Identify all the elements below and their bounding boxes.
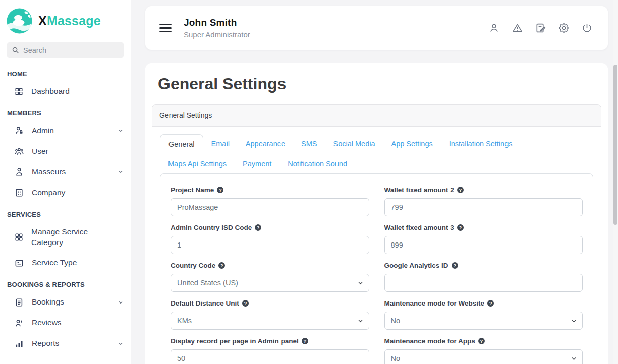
bookings-list-icon — [14, 297, 24, 308]
sidebar-item-user[interactable]: User — [0, 141, 131, 162]
tab-sms[interactable]: SMS — [293, 134, 325, 154]
brand-name: XMassage — [38, 14, 101, 28]
topbar-icons — [488, 22, 593, 34]
field-label: Wallet fixed amount 2 — [384, 186, 454, 194]
tab-payment[interactable]: Payment — [235, 154, 279, 173]
help-icon[interactable]: ? — [452, 262, 458, 269]
help-icon[interactable]: ? — [217, 187, 223, 193]
reports-chart-icon — [14, 339, 24, 349]
page-title: General Settings — [158, 74, 601, 93]
tab-app-settings[interactable]: App Settings — [383, 134, 441, 154]
topbar: John Smith Super Administrator — [145, 6, 608, 50]
sidebar-nav: HOME Dashboard MEMBERS Admin User Masseu… — [0, 58, 131, 354]
scrollbar-thumb[interactable] — [613, 65, 617, 225]
wallet-fixed-amount-2-input[interactable] — [384, 198, 583, 216]
field-label: Display record per page in Admin panel — [171, 337, 299, 345]
field-default-distance-unit: Default Distance Unit? KMs — [171, 299, 369, 330]
field-display-record-per-page: Display record per page in Admin panel? — [171, 337, 369, 364]
help-icon[interactable]: ? — [457, 187, 464, 193]
sidebar-item-service-type[interactable]: Service Type — [0, 253, 131, 273]
search-icon — [12, 46, 19, 54]
gear-icon[interactable] — [558, 22, 570, 34]
tab-general[interactable]: General — [160, 134, 203, 154]
admin-icon — [14, 126, 24, 136]
field-label: Google Analytics ID — [384, 262, 448, 269]
sidebar: XMassage HOME Dashboard MEMBERS Admin Us… — [0, 0, 131, 364]
maintenance-mode-apps-select[interactable]: No — [384, 349, 583, 364]
user-role: Super Administrator — [184, 30, 250, 39]
help-icon[interactable]: ? — [478, 338, 485, 344]
chevron-down-icon — [118, 128, 124, 134]
nav-section-home: HOME — [0, 63, 131, 81]
alert-triangle-icon[interactable] — [512, 22, 523, 34]
default-distance-unit-select[interactable]: KMs — [171, 312, 369, 330]
hamburger-menu-icon[interactable] — [159, 22, 172, 34]
admin-country-isd-code-input[interactable] — [171, 236, 369, 254]
tab-email[interactable]: Email — [203, 134, 238, 154]
sidebar-item-masseurs[interactable]: Masseurs — [0, 162, 131, 183]
users-group-icon — [14, 146, 24, 156]
masseur-person-icon — [14, 167, 24, 177]
dashboard-icon — [14, 87, 24, 96]
power-logout-icon[interactable] — [581, 22, 593, 34]
nav-section-members: MEMBERS — [0, 102, 131, 120]
help-icon[interactable]: ? — [218, 262, 225, 269]
help-icon[interactable]: ? — [457, 224, 464, 231]
tabs-row-2: Maps Api Settings Payment Notification S… — [160, 154, 593, 173]
profile-icon[interactable] — [488, 22, 500, 34]
tab-notification-sound[interactable]: Notification Sound — [279, 154, 355, 173]
wallet-fixed-amount-3-input[interactable] — [384, 236, 583, 254]
brand-logo-icon — [6, 8, 33, 34]
field-admin-country-isd-code: Admin Country ISD Code? — [171, 224, 369, 254]
sidebar-item-reviews[interactable]: Reviews — [0, 313, 131, 333]
chevron-down-icon — [118, 299, 124, 306]
nav-section-bookings-reports: BOOKINGS & REPORTS — [0, 273, 131, 292]
sidebar-item-manage-service-category[interactable]: Manage Service Category — [0, 222, 131, 253]
help-icon[interactable]: ? — [302, 338, 308, 344]
maintenance-mode-website-select[interactable]: No — [384, 312, 583, 330]
chevron-down-icon — [118, 341, 124, 347]
user-name: John Smith — [184, 17, 250, 28]
field-maintenance-mode-apps: Maintenance mode for Apps? No — [384, 337, 583, 364]
sidebar-item-company[interactable]: Company — [0, 183, 131, 203]
sidebar-item-dashboard[interactable]: Dashboard — [0, 81, 131, 102]
field-wallet-fixed-amount-3: Wallet fixed amount 3? — [384, 224, 583, 254]
sidebar-item-reports[interactable]: Reports — [0, 333, 131, 354]
tab-social-media[interactable]: Social Media — [325, 134, 383, 154]
help-icon[interactable]: ? — [487, 300, 494, 307]
tab-maps-api-settings[interactable]: Maps Api Settings — [160, 154, 235, 173]
building-icon — [14, 188, 24, 198]
field-label: Default Distance Unit — [171, 299, 239, 307]
panel-header: General Settings — [152, 105, 601, 127]
tabs-row-1: General Email Appearance SMS Social Medi… — [160, 134, 593, 154]
search-input[interactable] — [23, 46, 119, 54]
service-card-icon — [14, 258, 24, 268]
nav-section-services: SERVICES — [0, 203, 131, 222]
sidebar-item-bookings[interactable]: Bookings — [0, 292, 131, 313]
tab-appearance[interactable]: Appearance — [238, 134, 293, 154]
user-block: John Smith Super Administrator — [184, 17, 250, 39]
category-grid-icon — [14, 232, 24, 242]
help-icon[interactable]: ? — [242, 300, 249, 307]
field-label: Maintenance mode for Apps — [384, 337, 475, 345]
help-icon[interactable]: ? — [255, 224, 261, 231]
brand-logo[interactable]: XMassage — [0, 0, 131, 41]
tab-installation-settings[interactable]: Installation Settings — [441, 134, 521, 154]
panel-body: General Email Appearance SMS Social Medi… — [152, 127, 601, 364]
sidebar-item-admin[interactable]: Admin — [0, 120, 131, 141]
display-record-per-page-input[interactable] — [171, 349, 369, 364]
field-project-name: Project Name? — [171, 186, 369, 216]
google-analytics-id-input[interactable] — [384, 274, 583, 292]
field-label: Wallet fixed amount 3 — [384, 224, 454, 231]
general-settings-form: Project Name? Wallet fixed amount 2? Adm… — [160, 173, 593, 364]
project-name-input[interactable] — [171, 198, 369, 216]
field-maintenance-mode-website: Maintenance mode for Website? No — [384, 299, 583, 330]
field-wallet-fixed-amount-2: Wallet fixed amount 2? — [384, 186, 583, 216]
field-label: Country Code — [171, 262, 215, 269]
chevron-down-icon — [118, 169, 124, 175]
form-edit-icon[interactable] — [535, 22, 546, 34]
page-scrollbar — [613, 0, 618, 364]
country-code-select[interactable]: United States (US) — [171, 274, 369, 292]
content-card: General Settings General Settings Genera… — [145, 63, 608, 364]
field-label: Maintenance mode for Website — [384, 299, 485, 307]
